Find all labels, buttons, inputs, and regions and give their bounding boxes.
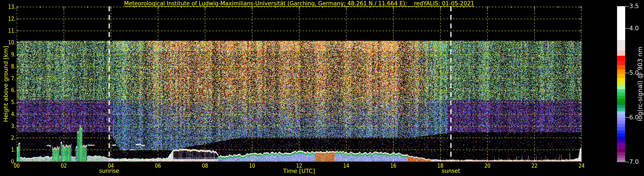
lidar-quicklook-page: Meteorological Institute of Ludwig-Maxim… xyxy=(0,0,644,176)
colorbar-band xyxy=(617,105,625,109)
colorbar-band xyxy=(617,61,625,65)
colorbar-band xyxy=(617,156,625,158)
colorbar-band xyxy=(617,130,625,134)
colorbar-band xyxy=(617,86,625,89)
colorbar-band xyxy=(617,146,625,149)
colorbar-tick-mark xyxy=(625,117,627,118)
colorbar-band xyxy=(617,133,625,137)
colorbar-tick-label: -7.0 xyxy=(627,158,639,165)
colorbar-tick-mark xyxy=(625,73,627,73)
colorbar-tick-mark xyxy=(625,6,627,6)
colorbar-band xyxy=(617,137,625,140)
colorbar-tick-mark xyxy=(625,162,627,162)
x-axis-tick-label: 08 xyxy=(202,162,208,169)
y-axis-tick-label: 12. xyxy=(4,15,16,22)
y-axis-tick-label: 10. xyxy=(4,39,16,46)
colorbar-band xyxy=(617,118,625,121)
colorbar-band xyxy=(617,121,625,124)
x-axis-title: Time [UTC] xyxy=(283,168,315,174)
y-axis-tick-label: 7. xyxy=(4,75,16,82)
colorbar-band xyxy=(617,73,625,78)
heatmap-canvas xyxy=(17,6,582,162)
colorbar-band xyxy=(617,78,625,82)
colorbar-title: log(rc-signal) @ 903 nm xyxy=(636,47,644,121)
colorbar-band xyxy=(617,89,625,93)
x-axis-tick-label: 02 xyxy=(61,162,67,169)
colorbar-band xyxy=(617,40,625,51)
colorbar-band xyxy=(617,127,625,131)
colorbar-band xyxy=(617,149,625,153)
x-axis-tick-label: 24 xyxy=(578,162,584,169)
colorbar-band xyxy=(617,140,625,143)
colorbar-band xyxy=(617,96,625,99)
y-axis-tick-label: 3. xyxy=(4,123,16,129)
y-axis-tick-label: 2. xyxy=(4,134,16,141)
x-axis-tick-label: 22 xyxy=(532,162,538,169)
colorbar-band xyxy=(617,160,625,162)
colorbar-band xyxy=(617,69,625,74)
y-axis-tick-label: 1. xyxy=(4,146,16,153)
colorbar-band xyxy=(617,92,625,96)
y-axis-tick-label: 13. xyxy=(4,3,16,10)
colorbar-tick-label: -4.0 xyxy=(627,25,639,32)
x-axis-tick-label: 10 xyxy=(249,162,255,169)
colorbar-band xyxy=(617,115,625,118)
y-axis-tick-label: 11. xyxy=(4,27,16,34)
colorbar xyxy=(617,6,625,162)
colorbar-band xyxy=(617,108,625,112)
colorbar-band xyxy=(617,124,625,127)
plot-title-text: Meteorological Institute of Ludwig-Maxim… xyxy=(124,0,474,7)
x-axis-tick-label: 20 xyxy=(484,162,490,169)
colorbar-band xyxy=(617,56,625,61)
y-axis-tick-label: 4. xyxy=(4,111,16,117)
plot-title: Meteorological Institute of Ludwig-Maxim… xyxy=(17,0,582,7)
colorbar-tick-label: -3.5 xyxy=(627,2,639,10)
colorbar-tick-mark xyxy=(625,28,627,29)
x-axis-tick-label: 14 xyxy=(343,162,349,169)
sunrise-label: sunrise xyxy=(99,168,119,174)
y-axis-tick-label: 9. xyxy=(4,51,16,58)
y-axis-tick-label: 8. xyxy=(4,63,16,70)
colorbar-band xyxy=(617,99,625,102)
colorbar-band xyxy=(617,50,625,56)
x-axis-tick-label: 06 xyxy=(155,162,161,169)
colorbar-band xyxy=(617,102,625,105)
colorbar-band xyxy=(617,6,625,40)
colorbar-band xyxy=(617,65,625,70)
y-axis-tick-label: 5. xyxy=(4,99,16,105)
colorbar-band xyxy=(617,111,625,115)
x-axis-tick-label: 00 xyxy=(14,162,20,169)
x-axis-tick-label: 16 xyxy=(390,162,396,169)
colorbar-band xyxy=(617,152,625,156)
colorbar-band xyxy=(617,82,625,86)
sunset-label: sunset xyxy=(442,168,460,174)
colorbar-band xyxy=(617,143,625,146)
y-axis-tick-label: 6. xyxy=(4,87,16,93)
